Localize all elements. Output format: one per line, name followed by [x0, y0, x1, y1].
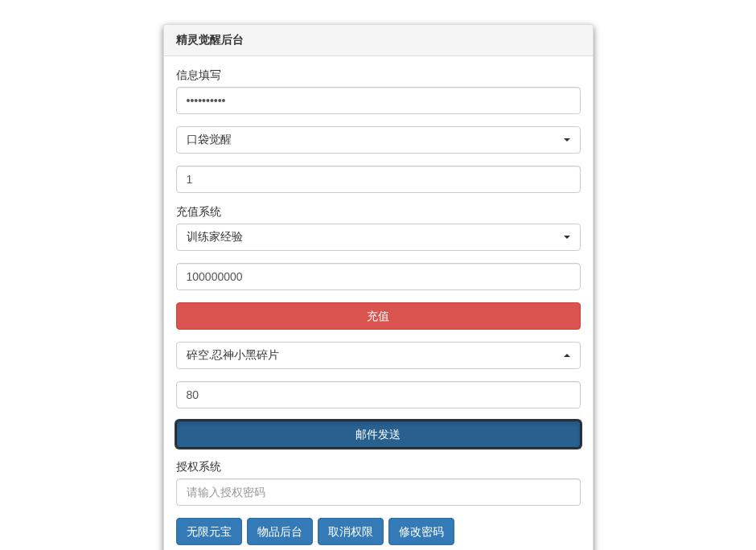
- recharge-type-toggle[interactable]: 训练家经验: [176, 224, 581, 251]
- server-select-toggle[interactable]: 口袋觉醒: [176, 126, 581, 154]
- auth-password-input[interactable]: [176, 478, 581, 506]
- recharge-section-label: 充值系统: [176, 205, 581, 220]
- item-qty-input[interactable]: [176, 381, 581, 408]
- item-select-value: 碎空.忍神小黑碎片: [187, 348, 280, 363]
- panel-title: 精灵觉醒后台: [176, 33, 581, 47]
- panel-body: 信息填写 口袋觉醒 充值系统 训练家经验: [164, 56, 593, 550]
- recharge-button[interactable]: 充值: [176, 302, 581, 330]
- item-select-toggle[interactable]: 碎空.忍神小黑碎片: [176, 342, 581, 369]
- recharge-amount-input[interactable]: [176, 263, 581, 290]
- server-select-value: 口袋觉醒: [187, 133, 232, 147]
- caret-down-icon: [564, 236, 570, 239]
- admin-panel: 精灵觉醒后台 信息填写 口袋觉醒 充值系统 训练家经验: [163, 24, 594, 550]
- auth-section-label: 授权系统: [176, 460, 581, 474]
- recharge-type-select[interactable]: 训练家经验: [176, 224, 581, 251]
- caret-down-icon: [564, 138, 570, 142]
- auth-button-row: 无限元宝 物品后台 取消权限 修改密码: [176, 518, 581, 545]
- item-admin-button[interactable]: 物品后台: [247, 518, 313, 545]
- player-id-input[interactable]: [176, 166, 581, 193]
- info-section-label: 信息填写: [176, 68, 581, 83]
- unlimited-gold-button[interactable]: 无限元宝: [176, 518, 242, 545]
- change-password-button[interactable]: 修改密码: [388, 518, 454, 545]
- password-input[interactable]: [176, 87, 581, 114]
- panel-header: 精灵觉醒后台: [164, 25, 593, 56]
- revoke-permission-button[interactable]: 取消权限: [318, 518, 384, 545]
- recharge-type-value: 训练家经验: [187, 230, 243, 244]
- mail-send-button[interactable]: 邮件发送: [176, 421, 581, 448]
- caret-up-icon: [564, 354, 570, 357]
- server-select[interactable]: 口袋觉醒: [176, 126, 581, 154]
- item-select[interactable]: 碎空.忍神小黑碎片: [176, 342, 581, 369]
